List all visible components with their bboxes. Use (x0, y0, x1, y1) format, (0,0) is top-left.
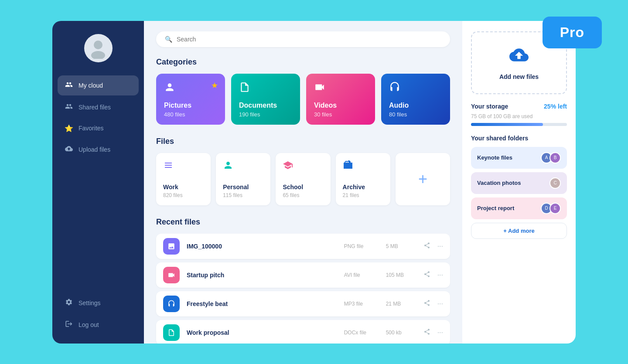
sidebar-item-logout[interactable]: Log out (58, 315, 139, 335)
my-cloud-icon (65, 81, 73, 90)
keynote-avatars: A B (541, 152, 561, 163)
recent-title: Recent files (156, 218, 450, 227)
sidebar-item-favorites[interactable]: ⭐ Favorites (58, 119, 139, 138)
avatar (84, 34, 113, 62)
keynote-avatar-2: B (550, 152, 561, 163)
svg-point-0 (94, 41, 102, 49)
storage-info: 75 GB of 100 GB are used (471, 113, 567, 119)
documents-icon (239, 82, 292, 93)
storage-percent: 25% left (544, 103, 567, 110)
search-input[interactable] (177, 36, 441, 43)
school-name: School (283, 184, 323, 191)
category-audio[interactable]: Audio 80 files (381, 74, 450, 125)
proposal-type: DOCx file (344, 330, 379, 336)
recent-item-beat[interactable]: Freestyle beat MP3 file 21 MB ··· (156, 291, 450, 316)
sidebar: My cloud Shared files ⭐ Favorites Upload… (52, 21, 144, 344)
pictures-icon (164, 82, 217, 93)
nav-bottom: Settings Log out (52, 293, 144, 335)
file-card-work[interactable]: Work 820 files (156, 153, 211, 205)
sidebar-item-label-upload: Upload files (78, 146, 110, 153)
shared-folders-title: Your shared folders (471, 135, 567, 142)
project-avatar-2: E (550, 203, 561, 214)
img-more-btn[interactable]: ··· (437, 242, 443, 250)
add-files-icon (509, 45, 529, 68)
archive-count: 21 files (343, 192, 383, 198)
beat-more-btn[interactable]: ··· (437, 300, 443, 308)
proposal-share-btn[interactable] (423, 328, 430, 337)
shared-folder-project[interactable]: Project report D E (471, 197, 567, 219)
shared-folder-keynote[interactable]: Keynote files A B (471, 147, 567, 169)
beat-size: 21 MB (386, 301, 416, 307)
sidebar-item-upload[interactable]: Upload files (58, 139, 139, 160)
files-grid: Work 820 files Personal 115 files School… (156, 153, 450, 205)
search-bar: 🔍 (156, 31, 450, 47)
documents-count: 190 files (239, 111, 292, 118)
personal-icon (223, 160, 263, 173)
archive-name: Archive (343, 184, 383, 191)
videos-count: 30 files (314, 111, 367, 118)
personal-count: 115 files (223, 192, 263, 198)
sidebar-item-label-logout: Log out (78, 321, 99, 328)
pictures-name: Pictures (164, 102, 217, 109)
personal-name: Personal (223, 184, 263, 191)
beat-type: MP3 file (344, 301, 379, 307)
keynote-folder-name: Keynote files (477, 154, 512, 161)
vacation-folder-name: Vacation photos (477, 180, 521, 186)
videos-icon (314, 82, 367, 93)
audio-count: 80 files (389, 111, 442, 118)
sidebar-item-label-shared: Shared files (78, 104, 111, 111)
upload-icon (65, 145, 73, 154)
audio-icon (389, 82, 442, 93)
category-pictures[interactable]: ★ Pictures 480 files (156, 74, 225, 125)
storage-section: Your storage 25% left 75 GB of 100 GB ar… (471, 103, 567, 126)
sidebar-item-label-my-cloud: My cloud (78, 82, 103, 89)
work-count: 820 files (163, 192, 204, 198)
recent-item-startup[interactable]: Startup pitch AVI file 105 MB ··· (156, 262, 450, 288)
shared-folders-section: Your shared folders Keynote files A B Va… (471, 135, 567, 239)
proposal-size: 500 kb (386, 330, 416, 336)
nav-items: My cloud Shared files ⭐ Favorites Upload… (52, 75, 144, 293)
shared-folder-vacation[interactable]: Vacation photos C (471, 172, 567, 194)
project-avatars: D E (541, 203, 561, 214)
startup-share-btn[interactable] (423, 271, 430, 279)
img-share-btn[interactable] (423, 242, 430, 251)
recent-list: IMG_100000 PNG file 5 MB ··· Startup pit… (156, 234, 450, 344)
work-icon (163, 160, 204, 173)
img-file-icon (163, 238, 180, 255)
search-icon: 🔍 (165, 36, 172, 43)
pro-badge: Pro (543, 17, 602, 48)
recent-item-img[interactable]: IMG_100000 PNG file 5 MB ··· (156, 234, 450, 259)
storage-bar-fill (471, 123, 543, 126)
recent-item-proposal[interactable]: Work proposal DOCx file 500 kb ··· (156, 320, 450, 344)
logout-icon (65, 320, 73, 330)
vacation-avatar-1: C (550, 177, 561, 189)
files-title: Files (156, 137, 450, 146)
file-card-personal[interactable]: Personal 115 files (216, 153, 270, 205)
startup-name: Startup pitch (187, 272, 337, 279)
startup-more-btn[interactable]: ··· (437, 271, 443, 279)
vacation-avatars: C (550, 177, 561, 189)
file-card-school[interactable]: School 65 files (276, 153, 330, 205)
sidebar-item-label-settings: Settings (78, 299, 101, 306)
categories-grid: ★ Pictures 480 files Documents 190 files… (156, 74, 450, 125)
school-count: 65 files (283, 192, 323, 198)
archive-icon (343, 160, 383, 173)
img-name: IMG_100000 (187, 243, 337, 250)
img-size: 5 MB (386, 243, 416, 249)
startup-size: 105 MB (386, 272, 416, 278)
add-more-button[interactable]: + Add more (471, 223, 567, 239)
category-documents[interactable]: Documents 190 files (231, 74, 300, 125)
img-type: PNG file (344, 243, 379, 249)
school-icon (283, 160, 323, 173)
category-videos[interactable]: Videos 30 files (306, 74, 375, 125)
file-card-archive[interactable]: Archive 21 files (336, 153, 390, 205)
sidebar-item-shared-files[interactable]: Shared files (58, 97, 139, 117)
right-panel: Add new files Your storage 25% left 75 G… (462, 21, 576, 344)
add-folder-button[interactable]: + (396, 153, 450, 205)
sidebar-item-settings[interactable]: Settings (58, 293, 139, 313)
sidebar-item-my-cloud[interactable]: My cloud (58, 75, 139, 95)
beat-file-icon (163, 296, 180, 312)
proposal-more-btn[interactable]: ··· (437, 329, 443, 337)
beat-share-btn[interactable] (423, 299, 430, 308)
star-icon: ★ (211, 81, 218, 90)
